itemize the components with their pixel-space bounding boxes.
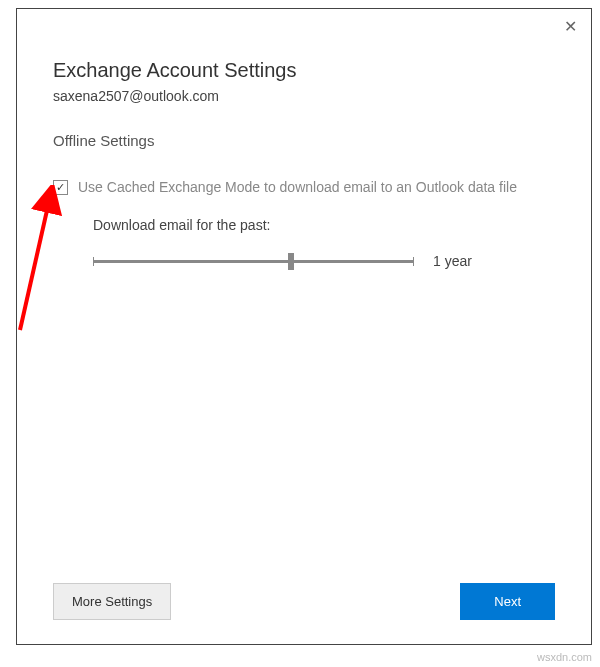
spacer: [53, 271, 555, 573]
download-range-slider-row: 1 year: [93, 251, 555, 271]
cached-mode-label: Use Cached Exchange Mode to download ema…: [78, 179, 517, 195]
close-icon: ✕: [564, 18, 577, 35]
checkmark-icon: ✓: [56, 181, 65, 194]
dialog-button-row: More Settings Next: [53, 583, 555, 620]
download-range-slider[interactable]: [93, 251, 413, 271]
cached-mode-row: ✓ Use Cached Exchange Mode to download e…: [53, 179, 555, 195]
slider-track: [93, 260, 413, 263]
download-range-label: Download email for the past:: [93, 217, 555, 233]
more-settings-button[interactable]: More Settings: [53, 583, 171, 620]
watermark-text: wsxdn.com: [537, 651, 592, 663]
slider-tick: [93, 257, 94, 266]
download-range-section: Download email for the past: 1 year: [93, 217, 555, 271]
cached-mode-checkbox[interactable]: ✓: [53, 180, 68, 195]
next-button[interactable]: Next: [460, 583, 555, 620]
account-email: saxena2507@outlook.com: [53, 88, 555, 104]
download-range-value: 1 year: [433, 253, 472, 269]
slider-thumb[interactable]: [288, 253, 294, 270]
exchange-account-settings-dialog: ✕ Exchange Account Settings saxena2507@o…: [16, 8, 592, 645]
close-button[interactable]: ✕: [564, 19, 577, 35]
slider-tick: [413, 257, 414, 266]
dialog-title: Exchange Account Settings: [53, 59, 555, 82]
offline-settings-label: Offline Settings: [53, 132, 555, 149]
